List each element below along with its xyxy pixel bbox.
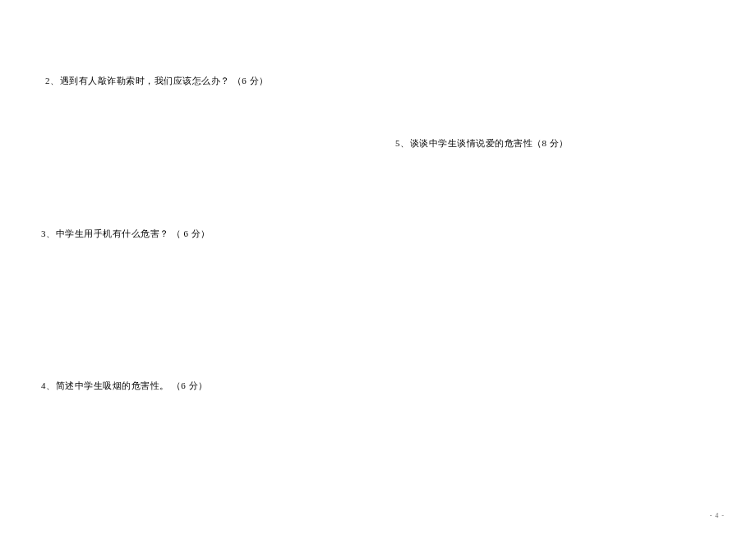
question-4: 4、简述中学生吸烟的危害性。 （6 分） (41, 380, 208, 392)
question-3: 3、中学生用手机有什么危害？ （ 6 分） (41, 228, 210, 240)
question-5: 5、谈谈中学生谈情说爱的危害性（8 分） (395, 137, 569, 150)
question-2: 2、遇到有人敲诈勒索时，我们应该怎么办？ （6 分） (45, 75, 269, 87)
exam-page: 2、遇到有人敲诈勒索时，我们应该怎么办？ （6 分） 5、谈谈中学生谈情说爱的危… (0, 0, 756, 535)
page-number: - 4 - (710, 512, 725, 519)
